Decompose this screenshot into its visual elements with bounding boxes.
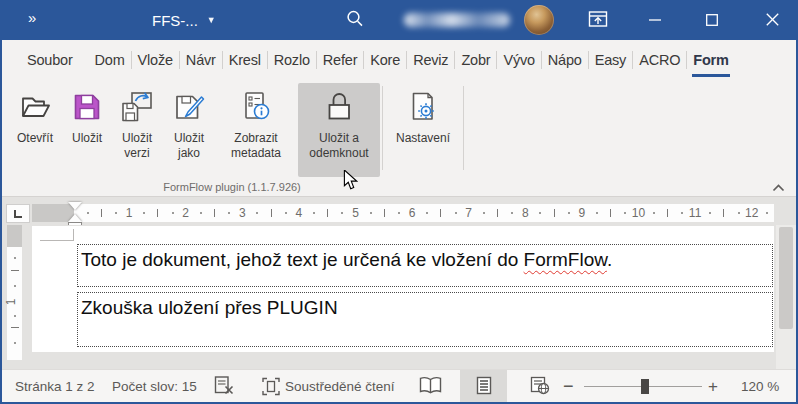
- ruler-dot: [370, 212, 372, 214]
- tab-kore[interactable]: Kore: [364, 40, 406, 80]
- ruler-tick: [667, 209, 668, 217]
- ruler-number: 7: [465, 204, 472, 222]
- button-label: Zobrazit: [234, 131, 277, 146]
- vertical-scrollbar[interactable]: [776, 225, 796, 369]
- tab-rozlo[interactable]: Rozlo: [268, 40, 316, 80]
- ribbon-content: Otevřít Uložit Uložitverzi Uložitjako: [2, 80, 798, 197]
- horizontal-ruler: 123456789101112: [32, 204, 774, 222]
- ruler-dot: [313, 212, 315, 214]
- ruler-zone: 123456789101112: [2, 197, 798, 225]
- ruler-dot: [256, 212, 258, 214]
- ribbon-button-save[interactable]: Uložit: [64, 83, 110, 177]
- ruler-dot: [14, 342, 16, 344]
- page-indicator[interactable]: Stránka 1 z 2: [15, 370, 95, 403]
- read-mode-button[interactable]: [419, 370, 442, 403]
- ruler-number: 1: [126, 204, 133, 222]
- ruler-dot: [200, 212, 202, 214]
- ruler-dot: [568, 212, 570, 214]
- ruler-tick: [723, 209, 724, 217]
- tab-stop-left-icon: [14, 210, 22, 218]
- print-layout-button[interactable]: [460, 370, 507, 403]
- tab-vyvo[interactable]: Vývo: [497, 40, 540, 80]
- search-button[interactable]: [342, 8, 368, 34]
- misspelled-word: FormFlow: [524, 249, 607, 270]
- minimize-icon: [649, 12, 661, 30]
- ribbon-display-options-button[interactable]: [585, 8, 611, 34]
- ribbon-button-settings[interactable]: Nastavení: [385, 83, 461, 177]
- first-line-indent-marker[interactable]: [68, 202, 82, 210]
- ruler-dot: [483, 212, 485, 214]
- tab-form[interactable]: Form: [687, 40, 734, 80]
- tab-refer[interactable]: Refer: [317, 40, 363, 80]
- ribbon-button-save-version[interactable]: Uložitverzi: [112, 83, 162, 177]
- tab-easy[interactable]: Easy: [589, 40, 632, 80]
- group-inner-separator: [382, 86, 383, 170]
- ribbon-button-open[interactable]: Otevřít: [8, 83, 62, 177]
- zoom-in-button[interactable]: +: [708, 370, 718, 403]
- tab-zobr[interactable]: Zobr: [455, 40, 496, 80]
- quick-access-overflow-button[interactable]: »: [28, 9, 37, 26]
- tab-vloze[interactable]: Vlože: [132, 40, 179, 80]
- zoom-out-button[interactable]: −: [563, 370, 574, 403]
- tab-reviz[interactable]: Reviz: [407, 40, 454, 80]
- ruler-number: 12: [745, 204, 758, 222]
- ruler-tick: [101, 209, 102, 217]
- ruler-tick: [384, 209, 385, 217]
- collapse-ribbon-button[interactable]: [770, 182, 786, 192]
- button-label-2: verzi: [124, 146, 149, 161]
- tab-soubor[interactable]: Soubor: [16, 40, 84, 80]
- ruler-dot: [709, 212, 711, 214]
- ruler-tick: [554, 209, 555, 217]
- ruler-dot: [738, 212, 740, 214]
- proofing-errors-button[interactable]: [214, 370, 235, 403]
- text-boundary-crop-mark: [40, 240, 74, 241]
- zoom-slider-thumb[interactable]: [641, 379, 649, 394]
- zoom-level[interactable]: 120 %: [741, 370, 779, 403]
- group-end-separator: [463, 86, 464, 170]
- ribbon-button-show-metadata[interactable]: Zobrazitmetadata: [216, 83, 296, 177]
- ruler-dot: [596, 212, 598, 214]
- account-email-redacted[interactable]: [404, 13, 510, 27]
- ruler-tick: [214, 209, 215, 217]
- close-button[interactable]: [759, 8, 785, 34]
- button-label: Uložit a: [319, 131, 359, 146]
- focus-mode-button[interactable]: Soustředěné čtení: [285, 370, 395, 403]
- ruler-tick: [497, 209, 498, 217]
- print-layout-icon: [475, 376, 493, 398]
- form-text-field-2[interactable]: Zkouška uložení přes PLUGIN: [77, 292, 773, 347]
- ruler-dot: [143, 212, 145, 214]
- form-text-field-1[interactable]: Toto je dokument, jehož text je určená k…: [77, 244, 773, 287]
- close-icon: [766, 12, 779, 30]
- word-count[interactable]: Počet slov: 15: [112, 370, 197, 403]
- tab-navr[interactable]: Návr: [180, 40, 222, 80]
- ribbon-button-save-as[interactable]: Uložitjako: [164, 83, 214, 177]
- ruler-dot: [681, 212, 683, 214]
- tab-kresl[interactable]: Kresl: [223, 40, 267, 80]
- ruler-dot: [87, 212, 89, 214]
- ruler-dot: [624, 212, 626, 214]
- ruler-dot: [341, 212, 343, 214]
- maximize-button[interactable]: [699, 8, 725, 34]
- button-label: Otevřít: [17, 131, 53, 146]
- ruler-tick: [610, 209, 611, 217]
- tab-acro[interactable]: ACRO: [633, 40, 686, 80]
- proofing-errors-icon: [214, 375, 235, 398]
- ruler-tick: [440, 209, 441, 217]
- tab-dom[interactable]: Dom: [89, 40, 131, 80]
- minimize-button[interactable]: [642, 8, 668, 34]
- account-avatar[interactable]: [524, 5, 554, 35]
- ribbon-button-save-and-unlock[interactable]: Uložit aodemknout: [298, 83, 380, 177]
- web-layout-button[interactable]: [530, 370, 550, 403]
- document-title-button[interactable]: FFS-... ▼: [152, 0, 216, 40]
- tab-stop-selector[interactable]: [6, 204, 30, 223]
- settings-gear-icon: [405, 86, 441, 128]
- ruler-dot: [455, 212, 457, 214]
- hanging-indent-marker[interactable]: [68, 214, 82, 222]
- search-icon: [345, 9, 365, 33]
- ruler-dot: [511, 212, 513, 214]
- paragraph-text: Zkouška uložení přes PLUGIN: [81, 297, 338, 318]
- ruler-number: 11: [689, 204, 701, 222]
- title-dropdown-caret-icon: ▼: [207, 15, 216, 25]
- scrollbar-thumb[interactable]: [779, 227, 793, 329]
- tab-napo[interactable]: Nápo: [542, 40, 588, 80]
